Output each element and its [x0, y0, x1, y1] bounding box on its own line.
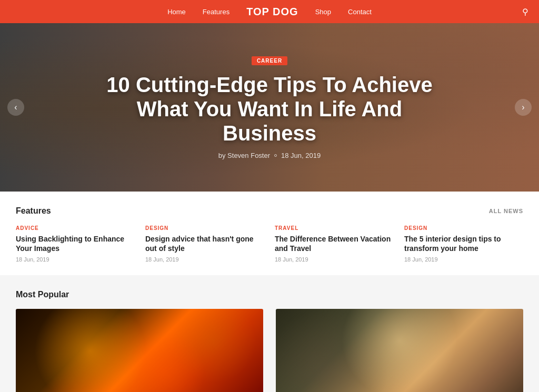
feature-date-1: 18 Jun, 2019 [145, 256, 264, 263]
popular-grid: IDEAS On Our Way to Give You the Best Id… [16, 309, 523, 392]
feature-category-1: DESIGN [145, 225, 264, 231]
feature-title-3[interactable]: The 5 interior design tips to transform … [404, 234, 523, 253]
hero-badge: CAREER [252, 56, 287, 65]
feature-item-3: DESIGN The 5 interior design tips to tra… [404, 225, 523, 263]
nav-links: Home Features TOP DOG Shop Contact [167, 6, 372, 18]
feature-date-0: 18 Jun, 2019 [16, 256, 135, 263]
feature-category-2: TRAVEL [275, 225, 394, 231]
feature-title-2[interactable]: The Difference Between Vacation and Trav… [275, 234, 394, 253]
hero-prev-button[interactable]: ‹ [7, 99, 24, 116]
hero-title: 10 Cutting-Edge Tips To Achieve What You… [96, 73, 443, 145]
feature-item-0: ADVICE Using Backlighting to Enhance You… [16, 225, 135, 263]
nav-features[interactable]: Features [203, 8, 229, 16]
card-image-right: CAREER [276, 309, 523, 392]
all-news-link[interactable]: ALL NEWS [489, 208, 523, 214]
feature-date-3: 18 Jun, 2019 [404, 256, 523, 263]
features-header: Features ALL NEWS [16, 206, 523, 216]
popular-title: Most Popular [16, 290, 523, 299]
feature-title-0[interactable]: Using Backlighting to Enhance Your Image… [16, 234, 135, 253]
hero-content: CAREER 10 Cutting-Edge Tips To Achieve W… [85, 45, 454, 170]
feature-date-2: 18 Jun, 2019 [275, 256, 394, 263]
hero-author: by Steven Foster [218, 152, 270, 159]
nav-brand[interactable]: TOP DOG [246, 6, 298, 18]
feature-title-1[interactable]: Design advice that hasn't gone out of st… [145, 234, 264, 253]
feature-category-3: DESIGN [404, 225, 523, 231]
nav-home[interactable]: Home [167, 8, 186, 16]
popular-section: Most Popular IDEAS On Our Way to Give Yo… [0, 275, 539, 392]
features-grid: ADVICE Using Backlighting to Enhance You… [16, 225, 523, 263]
card-thumbnail-right [276, 309, 523, 392]
nav-shop[interactable]: Shop [315, 8, 331, 16]
hero-date: 18 Jun, 2019 [281, 152, 321, 159]
navbar: Home Features TOP DOG Shop Contact ⚲ [0, 0, 539, 23]
card-image-left: IDEAS [16, 309, 263, 392]
search-icon[interactable]: ⚲ [522, 7, 528, 17]
popular-card-0: IDEAS On Our Way to Give You the Best Id… [16, 309, 263, 392]
feature-item-1: DESIGN Design advice that hasn't gone ou… [145, 225, 264, 263]
hero-banner: ‹ CAREER 10 Cutting-Edge Tips To Achieve… [0, 23, 539, 192]
hero-next-button[interactable]: › [515, 99, 532, 116]
features-section: Features ALL NEWS ADVICE Using Backlight… [0, 192, 539, 275]
card-thumbnail-left [16, 309, 263, 392]
features-title: Features [16, 206, 51, 216]
hero-dot [274, 154, 277, 157]
feature-item-2: TRAVEL The Difference Between Vacation a… [275, 225, 394, 263]
hero-meta: by Steven Foster 18 Jun, 2019 [96, 152, 443, 159]
feature-category-0: ADVICE [16, 225, 135, 231]
popular-card-1: CAREER How To Protect Your Business From… [276, 309, 523, 392]
nav-contact[interactable]: Contact [348, 8, 372, 16]
